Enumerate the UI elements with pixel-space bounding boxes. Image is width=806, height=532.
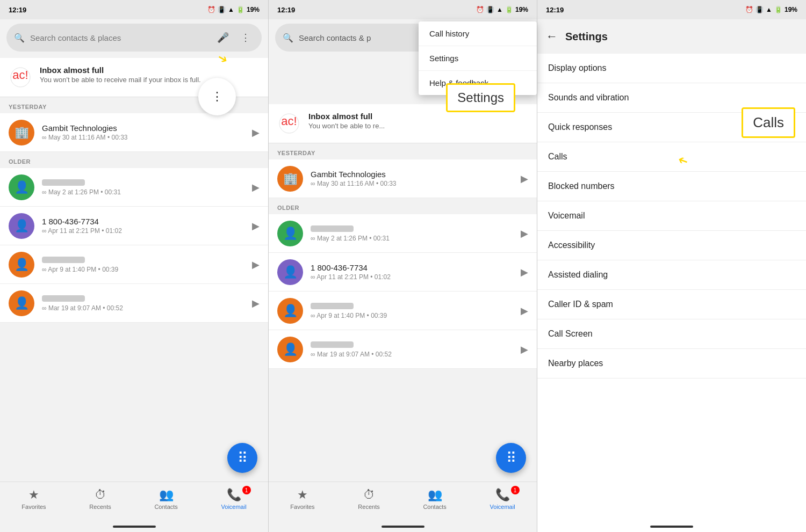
call-item-blurred1-middle[interactable]: 👤 ∞ May 2 at 1:26 PM • 00:31 ▶ [269, 214, 537, 253]
settings-item-call-screen[interactable]: Call Screen [537, 319, 806, 349]
bottom-nav-left: ★ Favorites ⏱ Recents 👥 Contacts 📞 Voice… [0, 482, 268, 516]
notif-logo-middle: ac! [277, 112, 301, 135]
call-name-blurred2-left [42, 256, 244, 265]
nav-voicemail-left[interactable]: 📞 Voicemail 1 [221, 488, 247, 510]
favorites-label-left: Favorites [21, 504, 46, 510]
recents-label-middle: Recents [358, 504, 379, 510]
call-info-blurred2-middle: ∞ Apr 9 at 1:40 PM • 00:39 [311, 302, 513, 319]
voicemail-icon-middle: 📞 [495, 488, 510, 502]
settings-item-voicemail[interactable]: Voicemail [537, 201, 806, 231]
call-info-blurred1-middle: ∞ May 2 at 1:26 PM • 00:31 [311, 224, 513, 242]
nav-contacts-middle[interactable]: 👥 Contacts [423, 488, 446, 510]
call-item-blurred2-left[interactable]: 👤 ∞ Apr 9 at 1:40 PM • 00:39 ▶ [0, 245, 268, 284]
avatar-1800-middle: 👤 [277, 259, 303, 285]
call-detail-blurred1-middle: ∞ May 2 at 1:26 PM • 00:31 [311, 235, 513, 242]
play-btn-1800-middle[interactable]: ▶ [521, 266, 528, 278]
search-icon-left: 🔍 [14, 33, 25, 43]
search-icon-middle: 🔍 [283, 33, 293, 43]
call-item-gambit-left[interactable]: 🏢 Gambit Technologies ∞ May 30 at 11:16 … [0, 113, 268, 152]
dialpad-icon-middle: ⠿ [506, 450, 516, 467]
section-older-middle: OLDER [269, 198, 537, 214]
call-info-1800-middle: 1 800-436-7734 ∞ Apr 11 at 2:21 PM • 01:… [311, 263, 513, 281]
nav-indicator-left [113, 526, 156, 528]
call-name-gambit-middle: Gambit Technologies [311, 170, 513, 179]
nav-favorites-middle[interactable]: ★ Favorites [290, 488, 314, 510]
favorites-icon-middle: ★ [297, 488, 308, 502]
call-info-gambit-middle: Gambit Technologies ∞ May 30 at 11:16 AM… [311, 170, 513, 187]
contacts-icon-left: 👥 [159, 488, 174, 502]
call-item-gambit-middle[interactable]: 🏢 Gambit Technologies ∞ May 30 at 11:16 … [269, 159, 537, 198]
call-item-1800-left[interactable]: 👤 1 800-436-7734 ∞ Apr 11 at 2:21 PM • 0… [0, 207, 268, 245]
call-name-blurred1-left [42, 178, 244, 187]
mic-icon-left[interactable]: 🎤 [214, 29, 232, 46]
settings-header: ← Settings [537, 19, 806, 54]
call-item-blurred3-middle[interactable]: 👤 ∞ Mar 19 at 9:07 AM • 00:52 ▶ [269, 330, 537, 369]
call-info-blurred2-left: ∞ Apr 9 at 1:40 PM • 00:39 [42, 256, 244, 273]
call-item-blurred2-middle[interactable]: 👤 ∞ Apr 9 at 1:40 PM • 00:39 ▶ [269, 291, 537, 330]
settings-item-assisted-dialing[interactable]: Assisted dialing [537, 260, 806, 290]
left-panel: 12:19 ⏰📳▲🔋19% 🔍 🎤 ⋮ ⋮ ➔ ac! Inbox almost… [0, 0, 269, 532]
call-detail-blurred2-left: ∞ Apr 9 at 1:40 PM • 00:39 [42, 266, 244, 273]
voicemail-badge-middle: 1 [511, 486, 520, 494]
svg-text:ac!: ac! [12, 68, 28, 82]
voicemail-badge-left: 1 [242, 486, 251, 494]
more-icon-left[interactable]: ⋮ [237, 29, 254, 46]
avatar-blurred2-left: 👤 [9, 252, 34, 278]
play-btn-blurred3-left[interactable]: ▶ [252, 297, 260, 309]
dropdown-settings[interactable]: Settings [419, 46, 537, 71]
avatar-blurred2-middle: 👤 [277, 298, 303, 324]
section-yesterday-middle: YESTERDAY [269, 143, 537, 159]
play-btn-blurred1-middle[interactable]: ▶ [521, 228, 528, 239]
back-button[interactable]: ← [546, 30, 558, 43]
play-btn-gambit-middle[interactable]: ▶ [521, 173, 528, 185]
recents-icon-middle: ⏱ [363, 488, 375, 502]
notif-body-left: You won't be able to receive mail if you… [40, 76, 201, 84]
settings-item-caller-id[interactable]: Caller ID & spam [537, 290, 806, 319]
voicemail-icon-left: 📞 [227, 488, 241, 502]
call-detail-blurred2-middle: ∞ Apr 9 at 1:40 PM • 00:39 [311, 312, 513, 319]
call-item-blurred1-left[interactable]: 👤 ∞ May 2 at 1:26 PM • 00:31 ▶ [0, 168, 268, 207]
time-right: 12:19 [546, 6, 564, 14]
play-btn-gambit-left[interactable]: ▶ [252, 127, 260, 139]
dropdown-call-history[interactable]: Call history [419, 21, 537, 46]
settings-item-nearby[interactable]: Nearby places [537, 349, 806, 378]
play-btn-blurred2-middle[interactable]: ▶ [521, 305, 528, 317]
svg-text:ac!: ac! [281, 114, 297, 128]
notif-logo-left: ac! [9, 65, 32, 89]
settings-item-accessibility[interactable]: Accessibility [537, 231, 806, 260]
nav-voicemail-middle[interactable]: 📞 Voicemail 1 [490, 488, 515, 510]
right-panel: 12:19 ⏰📳▲🔋19% ← Settings Display options… [537, 0, 806, 532]
fab-left[interactable]: ⠿ [227, 443, 257, 473]
nav-contacts-left[interactable]: 👥 Contacts [154, 488, 177, 510]
play-btn-1800-left[interactable]: ▶ [252, 220, 260, 232]
play-btn-blurred3-middle[interactable]: ▶ [521, 344, 528, 355]
notif-body-middle: You won't be able to re... [308, 122, 385, 130]
avatar-blurred1-left: 👤 [9, 174, 34, 200]
avatar-1800-left: 👤 [9, 213, 34, 239]
status-icons-middle: ⏰📳▲🔋19% [476, 6, 528, 13]
three-dot-icon: ⋮ [211, 90, 223, 104]
settings-item-display[interactable]: Display options [537, 54, 806, 83]
contacts-label-middle: Contacts [423, 504, 446, 510]
recents-label-left: Recents [89, 504, 111, 510]
call-item-blurred3-left[interactable]: 👤 ∞ Mar 19 at 9:07 AM • 00:52 ▶ [0, 284, 268, 323]
settings-item-calls[interactable]: Calls [537, 142, 806, 172]
notif-text-left: Inbox almost full You won't be able to r… [40, 65, 201, 84]
nav-recents-middle[interactable]: ⏱ Recents [358, 488, 379, 510]
play-btn-blurred1-left[interactable]: ▶ [252, 181, 260, 193]
status-bar-left: 12:19 ⏰📳▲🔋19% [0, 0, 268, 19]
fab-middle[interactable]: ⠿ [496, 443, 526, 473]
call-name-blurred1-middle [311, 224, 513, 234]
voicemail-label-left: Voicemail [221, 504, 247, 510]
search-input-left[interactable] [30, 33, 209, 42]
settings-item-blocked[interactable]: Blocked numbers [537, 172, 806, 201]
search-bar-left[interactable]: 🔍 🎤 ⋮ [6, 24, 262, 52]
call-detail-gambit-middle: ∞ May 30 at 11:16 AM • 00:33 [311, 180, 513, 187]
time-middle: 12:19 [277, 6, 295, 14]
call-item-1800-middle[interactable]: 👤 1 800-436-7734 ∞ Apr 11 at 2:21 PM • 0… [269, 253, 537, 291]
nav-recents-left[interactable]: ⏱ Recents [89, 488, 111, 510]
three-dot-circle[interactable]: ⋮ [198, 78, 236, 115]
play-btn-blurred2-left[interactable]: ▶ [252, 259, 260, 271]
nav-favorites-left[interactable]: ★ Favorites [21, 488, 46, 510]
call-name-blurred3-middle [311, 340, 513, 349]
